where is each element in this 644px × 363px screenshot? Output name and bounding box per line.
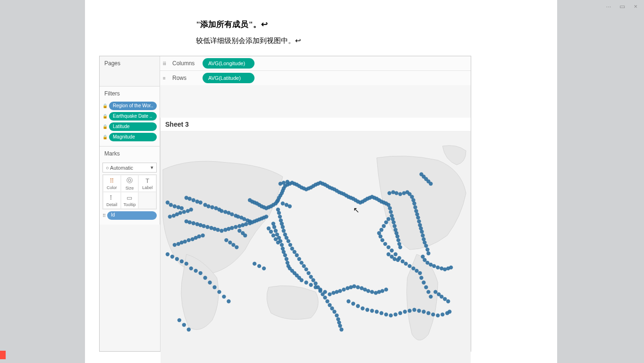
sheet-title[interactable]: Sheet 3 bbox=[161, 118, 471, 131]
svg-point-308 bbox=[375, 310, 379, 313]
filter-region[interactable]: Region of the Wor.. bbox=[109, 102, 157, 110]
svg-point-304 bbox=[356, 304, 360, 308]
svg-point-316 bbox=[412, 308, 416, 311]
svg-point-269 bbox=[426, 290, 430, 294]
svg-point-309 bbox=[380, 311, 383, 315]
svg-point-305 bbox=[361, 306, 364, 310]
svg-point-192 bbox=[318, 287, 322, 291]
close-icon[interactable]: × bbox=[634, 3, 637, 10]
svg-point-249 bbox=[384, 220, 388, 224]
svg-point-270 bbox=[429, 294, 432, 298]
svg-point-42 bbox=[188, 220, 192, 224]
svg-point-286 bbox=[189, 267, 193, 270]
marks-type-dropdown[interactable]: ○ Automatic ▾ bbox=[102, 163, 157, 173]
detail-dots-icon: ⠿ bbox=[102, 213, 105, 218]
svg-point-188 bbox=[299, 278, 303, 282]
maximize-icon[interactable]: ▭ bbox=[619, 3, 625, 10]
svg-point-312 bbox=[394, 312, 398, 316]
svg-point-197 bbox=[338, 289, 342, 293]
marks-size-button[interactable]: ⓞ Size bbox=[121, 175, 139, 192]
svg-point-12 bbox=[178, 211, 182, 215]
svg-point-311 bbox=[389, 313, 393, 317]
filter-magnitude[interactable]: Magnitude bbox=[109, 133, 157, 141]
svg-point-54 bbox=[230, 226, 234, 230]
lock-icon: 🔒 bbox=[102, 104, 107, 108]
svg-point-132 bbox=[278, 215, 282, 218]
svg-point-292 bbox=[217, 290, 221, 294]
svg-point-339 bbox=[178, 318, 181, 322]
svg-point-290 bbox=[208, 281, 212, 285]
svg-point-150 bbox=[311, 278, 315, 282]
svg-point-350 bbox=[286, 180, 289, 184]
svg-point-320 bbox=[431, 312, 435, 316]
columns-pill[interactable]: AVG(Longitude) bbox=[203, 58, 254, 69]
svg-point-267 bbox=[422, 281, 425, 285]
marks-color-button[interactable]: ⠿ Color bbox=[103, 175, 121, 192]
svg-point-198 bbox=[342, 287, 346, 291]
svg-point-313 bbox=[398, 311, 402, 315]
svg-point-156 bbox=[325, 299, 329, 303]
svg-point-283 bbox=[175, 257, 179, 261]
svg-point-225 bbox=[417, 219, 421, 223]
svg-point-264 bbox=[415, 269, 418, 273]
svg-point-20 bbox=[180, 206, 184, 210]
columns-icon: iii bbox=[163, 61, 169, 66]
svg-point-213 bbox=[395, 191, 398, 195]
svg-point-228 bbox=[420, 230, 424, 233]
svg-point-349 bbox=[282, 181, 286, 185]
window-controls: ··· ▭ × bbox=[606, 3, 637, 10]
svg-point-141 bbox=[290, 247, 294, 251]
svg-point-155 bbox=[323, 295, 327, 299]
svg-point-178 bbox=[267, 226, 271, 230]
svg-point-146 bbox=[302, 264, 305, 268]
svg-point-256 bbox=[387, 245, 390, 249]
svg-point-261 bbox=[404, 262, 407, 266]
marks-detail-button[interactable]: ⠇ Detail bbox=[103, 192, 121, 209]
marks-tooltip-button[interactable]: ▭ Tooltip bbox=[121, 192, 139, 209]
svg-point-13 bbox=[182, 210, 186, 214]
sheet-area: Sheet 3 bbox=[160, 118, 471, 351]
svg-point-145 bbox=[299, 261, 303, 265]
svg-point-234 bbox=[426, 251, 430, 255]
svg-point-344 bbox=[288, 204, 292, 208]
filter-date[interactable]: Earthquake Date .. bbox=[109, 112, 157, 121]
svg-point-140 bbox=[288, 243, 292, 247]
lock-icon: 🔒 bbox=[102, 135, 107, 139]
marks-id-pill[interactable]: Id bbox=[107, 211, 157, 220]
svg-point-300 bbox=[231, 243, 235, 247]
body-text: 较低详细级别会添加到视图中。↩ bbox=[196, 36, 543, 45]
svg-point-257 bbox=[390, 249, 394, 252]
filter-latitude[interactable]: Latitude bbox=[109, 122, 157, 131]
svg-point-135 bbox=[281, 225, 285, 229]
svg-point-23 bbox=[192, 198, 195, 202]
svg-point-268 bbox=[424, 285, 428, 289]
more-icon[interactable]: ··· bbox=[606, 3, 611, 10]
svg-point-55 bbox=[234, 225, 237, 229]
svg-point-330 bbox=[387, 252, 390, 256]
svg-point-9 bbox=[168, 215, 172, 218]
svg-point-158 bbox=[330, 306, 334, 310]
svg-point-310 bbox=[384, 312, 388, 316]
map-svg bbox=[161, 131, 471, 363]
svg-point-66 bbox=[264, 215, 268, 218]
svg-point-291 bbox=[212, 285, 216, 289]
svg-point-345 bbox=[237, 229, 241, 233]
rows-shelf[interactable]: ≡ Rows AVG(Latitude) bbox=[160, 71, 471, 85]
svg-point-297 bbox=[262, 267, 266, 270]
svg-point-319 bbox=[426, 311, 430, 315]
svg-point-166 bbox=[272, 225, 276, 229]
svg-point-180 bbox=[271, 233, 275, 237]
map-visualization[interactable]: © OpenStreetMap contributors bbox=[161, 131, 471, 363]
svg-point-163 bbox=[338, 324, 342, 328]
columns-shelf[interactable]: iii Columns AVG(Longitude) bbox=[160, 56, 471, 71]
svg-point-342 bbox=[281, 201, 285, 205]
marks-label-button[interactable]: T Label bbox=[138, 175, 156, 192]
rows-pill[interactable]: AVG(Latitude) bbox=[203, 73, 254, 83]
svg-point-175 bbox=[285, 257, 288, 261]
svg-point-265 bbox=[418, 271, 422, 275]
svg-point-251 bbox=[380, 228, 383, 232]
label-icon: T bbox=[145, 177, 149, 184]
svg-point-190 bbox=[309, 283, 313, 287]
svg-point-282 bbox=[170, 255, 174, 259]
svg-point-157 bbox=[328, 303, 331, 307]
